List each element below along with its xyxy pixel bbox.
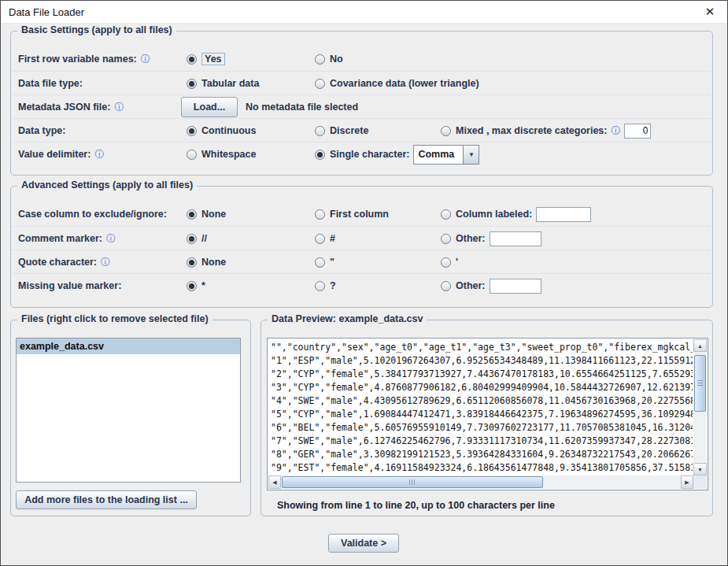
data-type-label-cell: Data type:: [18, 119, 65, 142]
radio-label: #: [330, 233, 335, 244]
radio-icon: [315, 79, 325, 89]
basic-settings-title: Basic Settings (apply to all files): [17, 24, 176, 35]
case-column-option-column-labeled[interactable]: Column labeled:: [441, 202, 591, 226]
radio-label: Other:: [456, 233, 486, 244]
window-title: Data File Loader: [9, 6, 84, 18]
files-list[interactable]: example_data.csv: [16, 338, 241, 483]
window-titlebar[interactable]: Data File Loader ✕: [1, 1, 727, 24]
first-row-label: First row variable names:: [18, 54, 137, 65]
files-group: Files (right click to remove selected fi…: [10, 320, 251, 516]
radio-label: ": [330, 257, 334, 268]
info-icon[interactable]: ⓘ: [101, 257, 110, 267]
vertical-scrollbar-thumb[interactable]: [694, 355, 706, 412]
row-missing-value-marker: Missing value marker: * ? Other:: [12, 273, 711, 298]
radio-icon: [315, 54, 325, 65]
files-group-title: Files (right click to remove selected fi…: [17, 313, 212, 324]
preview-line: "8","GER","male",3.30982199121523,5.3936…: [271, 448, 693, 461]
comment-option-hash[interactable]: #: [315, 227, 335, 250]
chevron-down-icon[interactable]: ▼: [464, 145, 479, 165]
data-type-label: Data type:: [18, 125, 65, 136]
horizontal-scrollbar[interactable]: ◀ ▶: [268, 475, 693, 489]
comment-option-slashes[interactable]: //: [187, 227, 207, 250]
scrollbar-corner: [693, 475, 707, 489]
delimiter-option-single-character[interactable]: Single character: Comma ▼: [315, 142, 479, 166]
radio-label: Whitespace: [201, 149, 256, 160]
info-icon[interactable]: ⓘ: [94, 150, 104, 159]
quote-option-single-quote[interactable]: ': [441, 250, 458, 274]
close-icon[interactable]: ✕: [700, 5, 719, 19]
missing-option-question[interactable]: ?: [315, 274, 336, 298]
data-type-option-continuous[interactable]: Continuous: [187, 119, 256, 142]
first-row-option-no[interactable]: No: [315, 47, 343, 71]
missing-option-other[interactable]: Other:: [441, 274, 541, 298]
column-labeled-field[interactable]: [536, 207, 591, 222]
row-metadata-json-file: Metadata JSON file: ⓘ Load... No metadat…: [12, 94, 711, 119]
case-column-option-first-column[interactable]: First column: [315, 202, 389, 226]
scroll-right-icon[interactable]: ▶: [681, 475, 693, 489]
radio-label: Discrete: [330, 125, 368, 136]
scroll-down-icon[interactable]: ▼: [693, 463, 707, 475]
scroll-up-icon[interactable]: ▲: [693, 339, 707, 352]
metadata-status: No metadata file slected: [246, 102, 358, 113]
file-type-option-tabular[interactable]: Tabular data: [187, 72, 259, 95]
preview-line: "6","BEL","female",5.60576955910149,7.73…: [271, 421, 693, 435]
info-icon[interactable]: ⓘ: [106, 234, 116, 243]
metadata-status-cell: No metadata file slected: [246, 95, 358, 119]
quote-label-cell: Quote character: ⓘ: [18, 250, 110, 274]
max-categories-field[interactable]: [624, 124, 651, 139]
radio-icon: [315, 150, 325, 160]
radio-label: No: [330, 54, 343, 65]
comment-option-other[interactable]: Other:: [441, 227, 541, 250]
radio-icon: [187, 257, 197, 268]
missing-other-field[interactable]: [490, 279, 541, 294]
scroll-left-icon[interactable]: ◀: [268, 475, 281, 489]
radio-label: None: [201, 209, 226, 220]
delimiter-option-whitespace[interactable]: Whitespace: [187, 142, 256, 166]
delimiter-combobox[interactable]: Comma ▼: [413, 145, 479, 165]
quote-option-none[interactable]: None: [187, 250, 226, 274]
radio-icon: [315, 257, 325, 268]
file-type-option-covariance[interactable]: Covariance data (lower triangle): [315, 72, 479, 95]
first-row-label-cell: First row variable names: ⓘ: [18, 47, 150, 71]
radio-label: Tabular data: [201, 78, 259, 89]
radio-label: Continuous: [201, 125, 256, 136]
preview-text: "","country","sex","age_t0","age_t1","ag…: [271, 341, 693, 475]
preview-line: "9","EST","female",4.16911584923324,6.18…: [271, 461, 693, 475]
quote-option-double-quote[interactable]: ": [315, 250, 334, 274]
combobox-value: Comma: [413, 145, 464, 165]
advanced-settings-title: Advanced Settings (apply to all files): [17, 179, 197, 191]
row-first-row-variable-names: First row variable names: ⓘ Yes No: [12, 47, 711, 71]
case-column-label: Case column to exclude/ignore:: [18, 209, 167, 220]
preview-textarea[interactable]: "","country","sex","age_t0","age_t1","ag…: [267, 338, 708, 490]
radio-label: //: [201, 233, 207, 244]
radio-icon: [441, 281, 451, 291]
data-preview-group: Data Preview: example_data.csv "","count…: [261, 320, 713, 516]
radio-icon: [315, 281, 325, 291]
missing-option-asterisk[interactable]: *: [187, 274, 205, 298]
info-icon[interactable]: ⓘ: [114, 102, 124, 112]
comment-other-field[interactable]: [490, 231, 541, 246]
radio-icon: [187, 150, 197, 160]
info-icon[interactable]: ⓘ: [611, 126, 620, 135]
first-row-option-yes[interactable]: Yes: [187, 47, 225, 71]
radio-icon: [315, 126, 325, 136]
info-icon[interactable]: ⓘ: [141, 54, 150, 64]
vertical-scrollbar[interactable]: ▲ ▼: [693, 339, 707, 475]
radio-icon: [187, 79, 197, 89]
horizontal-scrollbar-thumb[interactable]: [282, 476, 543, 488]
radio-label: Other:: [456, 280, 486, 291]
row-comment-marker: Comment marker: ⓘ // # Other:: [12, 226, 711, 250]
list-item[interactable]: example_data.csv: [17, 338, 240, 354]
radio-icon: [315, 234, 325, 244]
radio-label: Mixed , max discrete categories:: [456, 125, 607, 136]
add-files-button[interactable]: Add more files to the loading list ...: [16, 490, 197, 509]
load-metadata-button[interactable]: Load...: [181, 97, 238, 117]
quote-character-label: Quote character:: [18, 257, 97, 268]
row-value-delimiter: Value delimiter: ⓘ Whitespace Single cha…: [12, 142, 711, 166]
validate-button[interactable]: Validate >: [328, 534, 399, 553]
radio-label: First column: [330, 209, 389, 220]
data-type-option-mixed[interactable]: Mixed , max discrete categories: ⓘ: [441, 119, 651, 142]
case-column-option-none[interactable]: None: [187, 202, 226, 226]
data-type-option-discrete[interactable]: Discrete: [315, 119, 368, 142]
radio-label: Column labeled:: [456, 209, 532, 220]
